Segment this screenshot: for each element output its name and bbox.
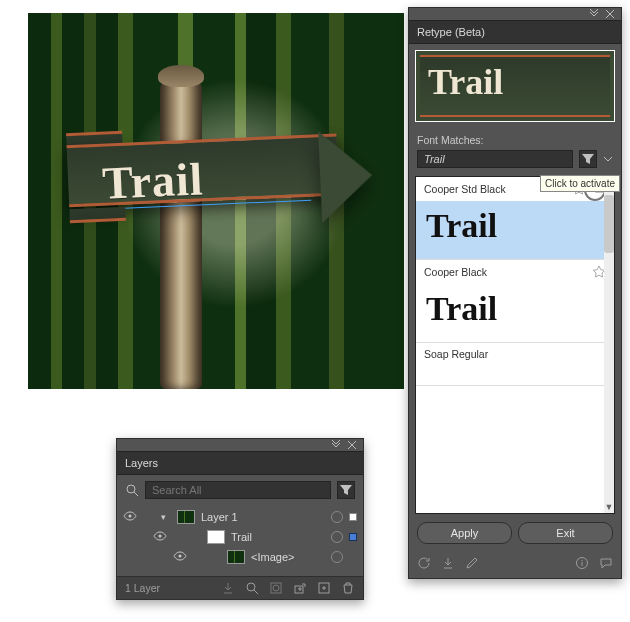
export-layer-icon[interactable]	[221, 581, 235, 595]
font-result[interactable]: Soap Regular	[416, 343, 614, 386]
retype-panel: Retype (Beta) Trail Font Matches: Cooper…	[408, 7, 622, 579]
new-sublayer-icon[interactable]	[293, 581, 307, 595]
layers-search-input[interactable]	[145, 481, 331, 499]
results-scrollbar[interactable]: ▲ ▼	[604, 177, 614, 513]
collapse-icon[interactable]	[331, 440, 341, 450]
scroll-down-icon[interactable]: ▼	[604, 501, 614, 513]
layer-row[interactable]: <Image>	[123, 547, 357, 567]
layer-row[interactable]: ▾ Layer 1	[123, 507, 357, 527]
font-sample: Trail	[426, 207, 497, 244]
eye-icon	[153, 529, 167, 543]
font-preview: Trail	[415, 50, 615, 122]
collapse-icon[interactable]	[589, 9, 599, 19]
target-icon[interactable]	[331, 531, 343, 543]
refresh-icon[interactable]	[417, 556, 431, 570]
close-icon[interactable]	[605, 9, 615, 19]
font-name: Soap Regular	[424, 348, 488, 360]
signpost-pole	[160, 73, 202, 389]
close-icon[interactable]	[347, 440, 357, 450]
export-icon[interactable]	[441, 556, 455, 570]
svg-point-3	[159, 535, 162, 538]
font-sample: Trail	[426, 290, 497, 327]
eye-icon	[123, 509, 137, 523]
target-icon[interactable]	[331, 551, 343, 563]
svg-point-7	[273, 585, 279, 591]
sign: Trail	[66, 123, 356, 227]
filter-icon	[339, 483, 353, 497]
selection-indicator[interactable]	[349, 513, 357, 521]
layer-label[interactable]: Trail	[231, 531, 325, 543]
panel-title: Layers	[117, 451, 363, 475]
new-layer-icon[interactable]	[317, 581, 331, 595]
activate-tooltip: Click to activate	[540, 175, 620, 192]
feedback-icon[interactable]	[599, 556, 613, 570]
layer-label[interactable]: <Image>	[251, 551, 325, 563]
layer-thumbnail	[227, 550, 245, 564]
svg-point-5	[247, 583, 255, 591]
edit-icon[interactable]	[465, 556, 479, 570]
font-results-list: Cooper Std Black Trail Cooper Black Trai…	[415, 176, 615, 514]
target-icon[interactable]	[331, 511, 343, 523]
font-name: Cooper Black	[424, 266, 487, 278]
search-icon	[125, 483, 139, 497]
filter-icon	[581, 152, 595, 166]
delete-icon[interactable]	[341, 581, 355, 595]
svg-point-4	[179, 555, 182, 558]
font-matches-label: Font Matches:	[409, 128, 621, 150]
font-result[interactable]: Cooper Black Trail	[416, 260, 614, 343]
panel-title: Retype (Beta)	[409, 20, 621, 44]
layer-thumbnail	[177, 510, 195, 524]
filter-button[interactable]	[579, 150, 597, 168]
svg-point-1	[127, 485, 135, 493]
font-name: Cooper Std Black	[424, 183, 506, 195]
apply-button[interactable]: Apply	[417, 522, 512, 544]
info-icon[interactable]	[575, 556, 589, 570]
visibility-toggle[interactable]	[153, 529, 167, 545]
locate-icon[interactable]	[245, 581, 259, 595]
layers-filter-button[interactable]	[337, 481, 355, 499]
svg-point-2	[129, 515, 132, 518]
layers-panel: Layers ▾ Layer 1 Trail	[116, 438, 364, 600]
selection-indicator[interactable]	[349, 533, 357, 541]
mask-icon[interactable]	[269, 581, 283, 595]
layers-tree: ▾ Layer 1 Trail <Image>	[117, 505, 363, 576]
sign-text: Trail	[101, 152, 204, 209]
layer-row[interactable]: Trail	[123, 527, 357, 547]
eye-icon	[173, 549, 187, 563]
chevron-down-icon[interactable]	[603, 154, 613, 164]
exit-button[interactable]: Exit	[518, 522, 613, 544]
preview-text: Trail	[428, 61, 503, 103]
scroll-thumb[interactable]	[604, 195, 614, 253]
layer-thumbnail	[207, 530, 225, 544]
layers-count: 1 Layer	[125, 582, 160, 594]
font-query-input[interactable]	[417, 150, 573, 168]
layer-label[interactable]: Layer 1	[201, 511, 325, 523]
disclosure-icon[interactable]: ▾	[161, 512, 171, 522]
document-canvas[interactable]: Trail	[28, 13, 404, 389]
visibility-toggle[interactable]	[123, 509, 137, 525]
visibility-toggle[interactable]	[173, 549, 187, 565]
